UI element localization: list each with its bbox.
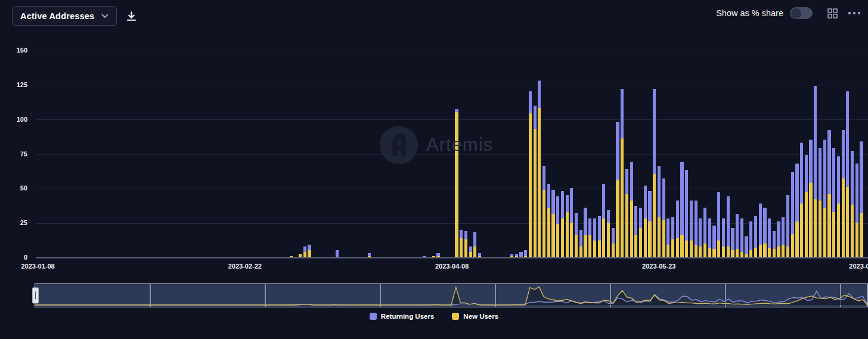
- bar-segment-returning-users[interactable]: [680, 162, 683, 235]
- bar-segment-returning-users[interactable]: [602, 184, 605, 218]
- percent-share-toggle[interactable]: [790, 7, 813, 19]
- bar-segment-returning-users[interactable]: [566, 195, 569, 212]
- bar-segment-new-users[interactable]: [455, 112, 458, 257]
- bar-segment-new-users[interactable]: [436, 256, 439, 257]
- bar-segment-returning-users[interactable]: [777, 221, 780, 246]
- bar-segment-new-users[interactable]: [786, 246, 789, 258]
- bar-segment-new-users[interactable]: [639, 228, 642, 257]
- bar-segment-returning-users[interactable]: [579, 230, 582, 246]
- bar-segment-returning-users[interactable]: [524, 250, 527, 255]
- bar-segment-new-users[interactable]: [827, 194, 830, 257]
- bar-segment-new-users[interactable]: [795, 221, 798, 257]
- bar-segment-new-users[interactable]: [510, 256, 513, 257]
- bar-segment-new-users[interactable]: [708, 248, 711, 257]
- bar-segment-new-users[interactable]: [625, 194, 628, 257]
- bar-segment-returning-users[interactable]: [547, 184, 550, 207]
- bar-segment-new-users[interactable]: [749, 250, 752, 257]
- bar-segment-returning-users[interactable]: [510, 254, 513, 255]
- bar-segment-new-users[interactable]: [819, 201, 822, 257]
- bar-segment-returning-users[interactable]: [621, 89, 624, 138]
- bar-segment-new-users[interactable]: [712, 249, 715, 257]
- bar-segment-new-users[interactable]: [851, 205, 854, 257]
- bar-segment-returning-users[interactable]: [695, 201, 698, 245]
- bar-segment-new-users[interactable]: [842, 178, 845, 257]
- bar-segment-new-users[interactable]: [547, 208, 550, 257]
- bar-segment-returning-users[interactable]: [653, 89, 656, 174]
- bar-segment-returning-users[interactable]: [819, 148, 822, 201]
- bar-segment-returning-users[interactable]: [423, 256, 426, 257]
- bar-segment-new-users[interactable]: [773, 249, 776, 257]
- bar-segment-new-users[interactable]: [644, 218, 647, 257]
- bar-segment-returning-users[interactable]: [782, 217, 785, 245]
- download-button[interactable]: [123, 8, 140, 24]
- bar-segment-returning-users[interactable]: [625, 169, 628, 194]
- navigator-left-handle[interactable]: [32, 288, 39, 304]
- bar-segment-returning-users[interactable]: [529, 91, 532, 113]
- bar-segment-new-users[interactable]: [584, 235, 587, 257]
- bar-segment-new-users[interactable]: [469, 252, 472, 257]
- bar-segment-new-users[interactable]: [621, 138, 624, 257]
- bar-segment-new-users[interactable]: [745, 254, 748, 257]
- bar-segment-new-users[interactable]: [768, 248, 771, 257]
- bar-segment-returning-users[interactable]: [639, 208, 642, 229]
- bar-segment-returning-users[interactable]: [561, 191, 564, 218]
- bar-segment-new-users[interactable]: [566, 212, 569, 257]
- bar-segment-new-users[interactable]: [695, 245, 698, 257]
- bar-segment-new-users[interactable]: [722, 246, 725, 258]
- bar-segment-new-users[interactable]: [303, 252, 306, 257]
- bar-segment-returning-users[interactable]: [860, 141, 863, 213]
- bar-segment-new-users[interactable]: [579, 246, 582, 258]
- bar-segment-new-users[interactable]: [515, 256, 518, 257]
- bar-segment-new-users[interactable]: [602, 218, 605, 257]
- layout-grid-button[interactable]: [827, 8, 838, 19]
- bar-segment-returning-users[interactable]: [722, 218, 725, 246]
- bar-segment-new-users[interactable]: [662, 220, 665, 257]
- bar-segment-new-users[interactable]: [837, 204, 840, 257]
- metric-selector-dropdown[interactable]: Active Addresses: [12, 6, 117, 26]
- bar-segment-new-users[interactable]: [542, 190, 545, 257]
- bar-segment-new-users[interactable]: [763, 244, 766, 257]
- bar-segment-new-users[interactable]: [368, 256, 371, 257]
- bar-segment-returning-users[interactable]: [749, 221, 752, 251]
- bar-segment-returning-users[interactable]: [759, 204, 762, 245]
- bar-segment-returning-users[interactable]: [827, 130, 830, 193]
- bar-segment-returning-users[interactable]: [556, 196, 559, 224]
- bar-segment-new-users[interactable]: [588, 235, 591, 257]
- bar-segment-returning-users[interactable]: [662, 178, 665, 220]
- bar-segment-returning-users[interactable]: [612, 228, 615, 243]
- bar-segment-new-users[interactable]: [648, 221, 651, 257]
- bar-segment-returning-users[interactable]: [837, 156, 840, 204]
- bar-segment-returning-users[interactable]: [773, 231, 776, 249]
- bar-segment-returning-users[interactable]: [455, 109, 458, 112]
- bar-segment-new-users[interactable]: [731, 250, 734, 257]
- bar-segment-new-users[interactable]: [308, 250, 311, 257]
- bar-segment-returning-users[interactable]: [795, 164, 798, 221]
- bar-segment-returning-users[interactable]: [800, 143, 803, 204]
- bar-segment-new-users[interactable]: [860, 213, 863, 257]
- bar-segment-returning-users[interactable]: [658, 166, 661, 217]
- bar-segment-returning-users[interactable]: [616, 122, 619, 180]
- bar-segment-new-users[interactable]: [740, 252, 743, 257]
- bar-segment-new-users[interactable]: [805, 192, 808, 257]
- bar-segment-returning-users[interactable]: [805, 155, 808, 192]
- bar-segment-returning-users[interactable]: [436, 253, 439, 256]
- bar-segment-returning-users[interactable]: [570, 188, 573, 223]
- bar-segment-returning-users[interactable]: [703, 208, 706, 244]
- bar-segment-returning-users[interactable]: [575, 213, 578, 235]
- bar-segment-returning-users[interactable]: [478, 253, 481, 256]
- bar-segment-new-users[interactable]: [777, 246, 780, 258]
- bar-segment-returning-users[interactable]: [809, 140, 812, 183]
- bar-segment-returning-users[interactable]: [832, 148, 835, 211]
- bar-segment-new-users[interactable]: [534, 129, 537, 257]
- bar-segment-returning-users[interactable]: [519, 252, 522, 257]
- bar-segment-returning-users[interactable]: [542, 166, 545, 189]
- bar-segment-returning-users[interactable]: [308, 245, 311, 250]
- bar-segment-returning-users[interactable]: [473, 232, 476, 246]
- bar-segment-new-users[interactable]: [607, 223, 610, 257]
- bar-segment-new-users[interactable]: [703, 244, 706, 257]
- bar-segment-returning-users[interactable]: [593, 218, 596, 241]
- bar-segment-new-users[interactable]: [717, 241, 720, 257]
- bar-segment-new-users[interactable]: [432, 256, 435, 257]
- bar-segment-new-users[interactable]: [832, 212, 835, 257]
- bar-segment-new-users[interactable]: [598, 241, 601, 257]
